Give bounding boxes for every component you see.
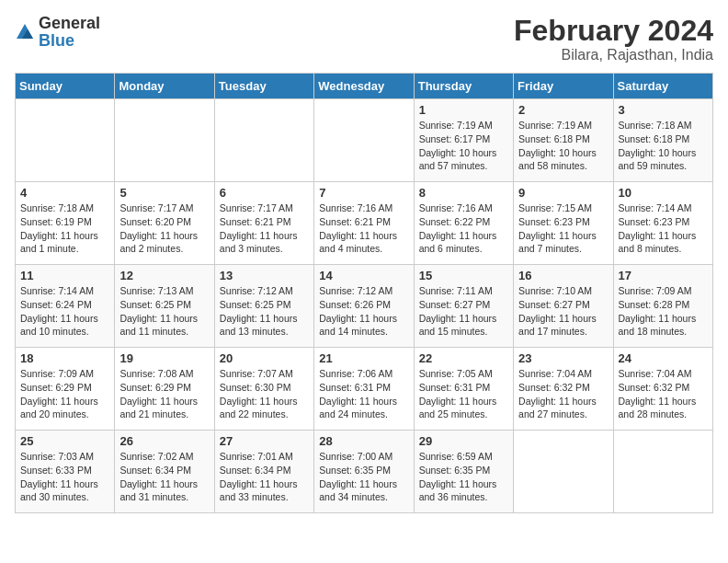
calendar-cell: 9Sunrise: 7:15 AM Sunset: 6:23 PM Daylig… [514, 182, 613, 265]
day-number: 3 [619, 103, 708, 117]
weekday-header: Sunday [16, 74, 115, 99]
day-info: Sunrise: 7:10 AM Sunset: 6:27 PM Dayligh… [518, 284, 608, 339]
calendar-table: SundayMondayTuesdayWednesdayThursdayFrid… [15, 73, 713, 513]
calendar-cell: 21Sunrise: 7:06 AM Sunset: 6:31 PM Dayli… [314, 348, 414, 431]
calendar-week-row: 18Sunrise: 7:09 AM Sunset: 6:29 PM Dayli… [16, 348, 713, 431]
calendar-week-row: 25Sunrise: 7:03 AM Sunset: 6:33 PM Dayli… [16, 431, 713, 513]
day-number: 26 [119, 434, 209, 448]
calendar-cell [16, 99, 115, 182]
day-number: 14 [319, 269, 408, 282]
day-info: Sunrise: 7:04 AM Sunset: 6:32 PM Dayligh… [619, 367, 708, 421]
calendar-cell: 25Sunrise: 7:03 AM Sunset: 6:33 PM Dayli… [16, 431, 115, 513]
calendar-cell: 8Sunrise: 7:16 AM Sunset: 6:22 PM Daylig… [414, 182, 513, 265]
title-area: February 2024 Bilara, Rajasthan, India [514, 15, 713, 63]
day-number: 6 [220, 186, 309, 200]
day-info: Sunrise: 7:03 AM Sunset: 6:33 PM Dayligh… [20, 450, 109, 504]
day-info: Sunrise: 7:11 AM Sunset: 6:27 PM Dayligh… [419, 284, 508, 339]
calendar-cell: 13Sunrise: 7:12 AM Sunset: 6:25 PM Dayli… [214, 265, 313, 348]
day-number: 2 [518, 103, 608, 117]
day-info: Sunrise: 7:19 AM Sunset: 6:18 PM Dayligh… [518, 119, 608, 173]
calendar-cell: 4Sunrise: 7:18 AM Sunset: 6:19 PM Daylig… [16, 182, 115, 265]
day-number: 20 [220, 351, 309, 365]
day-number: 4 [20, 186, 109, 200]
calendar-cell: 17Sunrise: 7:09 AM Sunset: 6:28 PM Dayli… [613, 265, 712, 348]
calendar-cell: 27Sunrise: 7:01 AM Sunset: 6:34 PM Dayli… [214, 431, 313, 513]
day-number: 28 [319, 434, 408, 448]
day-info: Sunrise: 7:17 AM Sunset: 6:20 PM Dayligh… [119, 201, 209, 256]
day-number: 5 [119, 186, 209, 200]
calendar-header: SundayMondayTuesdayWednesdayThursdayFrid… [16, 74, 713, 99]
day-info: Sunrise: 7:16 AM Sunset: 6:21 PM Dayligh… [319, 201, 408, 256]
calendar-cell: 23Sunrise: 7:04 AM Sunset: 6:32 PM Dayli… [514, 348, 613, 431]
day-number: 17 [619, 269, 708, 282]
calendar-cell: 2Sunrise: 7:19 AM Sunset: 6:18 PM Daylig… [514, 99, 613, 182]
day-number: 12 [119, 269, 209, 282]
weekday-row: SundayMondayTuesdayWednesdayThursdayFrid… [16, 74, 713, 99]
calendar-cell: 16Sunrise: 7:10 AM Sunset: 6:27 PM Dayli… [514, 265, 613, 348]
calendar-cell: 28Sunrise: 7:00 AM Sunset: 6:35 PM Dayli… [314, 431, 414, 513]
weekday-header: Friday [514, 74, 613, 99]
day-info: Sunrise: 7:19 AM Sunset: 6:17 PM Dayligh… [419, 119, 508, 173]
day-info: Sunrise: 7:04 AM Sunset: 6:32 PM Dayligh… [518, 367, 608, 421]
day-number: 8 [419, 186, 508, 200]
calendar-title: February 2024 [514, 15, 713, 47]
calendar-cell [514, 431, 613, 513]
calendar-cell: 18Sunrise: 7:09 AM Sunset: 6:29 PM Dayli… [16, 348, 115, 431]
weekday-header: Saturday [613, 74, 712, 99]
logo-blue: Blue [39, 31, 74, 50]
calendar-cell: 26Sunrise: 7:02 AM Sunset: 6:34 PM Dayli… [115, 431, 214, 513]
day-number: 9 [518, 186, 608, 200]
day-info: Sunrise: 7:01 AM Sunset: 6:34 PM Dayligh… [220, 450, 309, 504]
day-number: 18 [20, 351, 109, 365]
day-info: Sunrise: 7:14 AM Sunset: 6:24 PM Dayligh… [20, 284, 109, 339]
calendar-cell [214, 99, 313, 182]
day-info: Sunrise: 7:15 AM Sunset: 6:23 PM Dayligh… [518, 201, 608, 256]
calendar-cell: 1Sunrise: 7:19 AM Sunset: 6:17 PM Daylig… [414, 99, 513, 182]
calendar-cell: 11Sunrise: 7:14 AM Sunset: 6:24 PM Dayli… [16, 265, 115, 348]
calendar-cell: 29Sunrise: 6:59 AM Sunset: 6:35 PM Dayli… [414, 431, 513, 513]
logo: General Blue [15, 15, 100, 50]
calendar-cell: 10Sunrise: 7:14 AM Sunset: 6:23 PM Dayli… [613, 182, 712, 265]
logo-general: General [39, 14, 100, 32]
day-info: Sunrise: 7:17 AM Sunset: 6:21 PM Dayligh… [220, 201, 309, 256]
day-number: 13 [220, 269, 309, 282]
calendar-cell: 6Sunrise: 7:17 AM Sunset: 6:21 PM Daylig… [214, 182, 313, 265]
weekday-header: Thursday [414, 74, 513, 99]
day-info: Sunrise: 7:09 AM Sunset: 6:29 PM Dayligh… [20, 367, 109, 421]
day-info: Sunrise: 7:07 AM Sunset: 6:30 PM Dayligh… [220, 367, 309, 421]
day-number: 21 [319, 351, 408, 365]
day-info: Sunrise: 7:09 AM Sunset: 6:28 PM Dayligh… [619, 284, 708, 339]
day-info: Sunrise: 7:18 AM Sunset: 6:18 PM Dayligh… [619, 119, 708, 173]
weekday-header: Tuesday [214, 74, 313, 99]
day-number: 16 [518, 269, 608, 282]
calendar-body: 1Sunrise: 7:19 AM Sunset: 6:17 PM Daylig… [16, 99, 713, 513]
header: General Blue February 2024 Bilara, Rajas… [15, 15, 713, 63]
day-info: Sunrise: 7:06 AM Sunset: 6:31 PM Dayligh… [319, 367, 408, 421]
day-info: Sunrise: 7:02 AM Sunset: 6:34 PM Dayligh… [119, 450, 209, 504]
calendar-cell: 19Sunrise: 7:08 AM Sunset: 6:29 PM Dayli… [115, 348, 214, 431]
day-number: 24 [619, 351, 708, 365]
day-info: Sunrise: 7:00 AM Sunset: 6:35 PM Dayligh… [319, 450, 408, 504]
calendar-cell [115, 99, 214, 182]
day-info: Sunrise: 7:16 AM Sunset: 6:22 PM Dayligh… [419, 201, 508, 256]
day-number: 1 [419, 103, 508, 117]
calendar-cell: 15Sunrise: 7:11 AM Sunset: 6:27 PM Dayli… [414, 265, 513, 348]
day-info: Sunrise: 7:13 AM Sunset: 6:25 PM Dayligh… [119, 284, 209, 339]
calendar-cell: 7Sunrise: 7:16 AM Sunset: 6:21 PM Daylig… [314, 182, 414, 265]
calendar-subtitle: Bilara, Rajasthan, India [514, 47, 713, 63]
day-number: 29 [419, 434, 508, 448]
calendar-cell: 20Sunrise: 7:07 AM Sunset: 6:30 PM Dayli… [214, 348, 313, 431]
day-info: Sunrise: 7:12 AM Sunset: 6:26 PM Dayligh… [319, 284, 408, 339]
day-number: 7 [319, 186, 408, 200]
day-info: Sunrise: 7:05 AM Sunset: 6:31 PM Dayligh… [419, 367, 508, 421]
day-info: Sunrise: 6:59 AM Sunset: 6:35 PM Dayligh… [419, 450, 508, 504]
calendar-week-row: 11Sunrise: 7:14 AM Sunset: 6:24 PM Dayli… [16, 265, 713, 348]
day-number: 22 [419, 351, 508, 365]
day-info: Sunrise: 7:14 AM Sunset: 6:23 PM Dayligh… [619, 201, 708, 256]
calendar-cell [613, 431, 712, 513]
calendar-cell: 3Sunrise: 7:18 AM Sunset: 6:18 PM Daylig… [613, 99, 712, 182]
logo-icon [15, 22, 35, 42]
calendar-week-row: 4Sunrise: 7:18 AM Sunset: 6:19 PM Daylig… [16, 182, 713, 265]
weekday-header: Wednesday [314, 74, 414, 99]
calendar-cell: 22Sunrise: 7:05 AM Sunset: 6:31 PM Dayli… [414, 348, 513, 431]
